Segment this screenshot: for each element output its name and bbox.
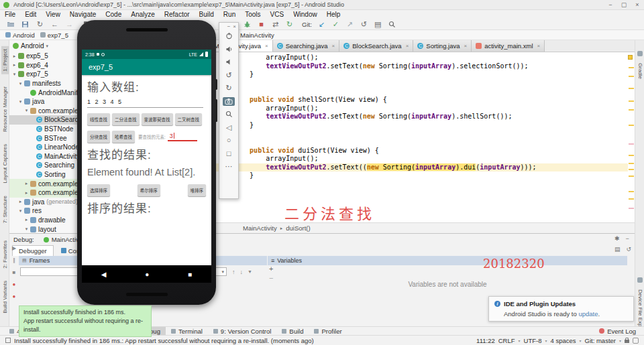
git-branch[interactable]: Git: master <box>585 337 616 344</box>
git-update-icon[interactable]: ↙ <box>317 20 326 29</box>
editor-tab-activity-main-xml[interactable]: activity_main.xml× <box>472 40 545 52</box>
emulator-screenshot-icon[interactable] <box>223 97 235 106</box>
emulator-overview-icon[interactable]: □ <box>223 149 235 158</box>
resume-icon[interactable]: ▶ <box>12 245 16 251</box>
error-stripe-mark[interactable] <box>629 100 634 102</box>
menu-item-run[interactable]: Run <box>219 11 240 18</box>
rerun-icon[interactable]: ↻ <box>285 20 294 29</box>
menu-item-vcs[interactable]: VCS <box>266 11 289 18</box>
tool-window-button-build[interactable]: Build <box>276 327 309 336</box>
editor-tab-blocksearch-java[interactable]: CBlockSearch.java× <box>339 40 413 52</box>
tree-arrow-icon[interactable]: ▾ <box>17 208 23 214</box>
search-everywhere-icon[interactable] <box>388 20 396 29</box>
close-tab-icon[interactable]: × <box>406 43 409 49</box>
tool-button-build-variants[interactable]: Build Variants <box>2 281 8 314</box>
code-line[interactable]: arrayInput(); <box>201 105 628 113</box>
close-tab-icon[interactable]: × <box>332 43 335 49</box>
emulator-home-icon[interactable]: ○ <box>223 136 235 145</box>
menu-item-build[interactable]: Build <box>195 11 219 18</box>
code-line[interactable]: } <box>201 171 628 180</box>
menu-item-view[interactable]: View <box>41 11 65 18</box>
code-line[interactable]: textViewOutPut2.setText(new Sorting(inpu… <box>201 62 628 71</box>
tree-arrow-icon[interactable]: ▸ <box>11 62 17 68</box>
git-commit-icon[interactable]: ✓ <box>331 20 340 29</box>
tree-arrow-icon[interactable]: ▸ <box>11 54 17 59</box>
add-watch-icon[interactable]: + <box>269 265 273 272</box>
search-button[interactable]: 哈希查找 <box>112 131 135 143</box>
code-line[interactable] <box>201 138 628 147</box>
code-line[interactable]: } <box>201 70 628 79</box>
close-tab-icon[interactable]: × <box>265 43 268 49</box>
emulator-more-icon[interactable]: ⋯ <box>223 162 235 171</box>
editor-tab-sorting-java[interactable]: CSorting.java× <box>413 40 472 52</box>
breadcrumb-android[interactable]: Android <box>5 31 35 39</box>
variables-menu-icon[interactable]: ≡ <box>271 257 274 264</box>
error-stripe-mark[interactable] <box>629 143 634 145</box>
code-line[interactable]: textViewOutPut2.setText((new Sorting(inp… <box>201 163 628 172</box>
status-message[interactable]: Install successfully finished in 186 ms.… <box>14 337 473 344</box>
indent-style[interactable]: 4 spaces <box>550 337 576 344</box>
back-icon[interactable]: ← <box>50 20 59 29</box>
nav-back-button[interactable]: ◀ <box>101 271 107 278</box>
tool-button-resource-manager[interactable]: Resource Manager <box>2 86 8 132</box>
hide-panel-icon[interactable]: − <box>626 235 629 242</box>
tool-button-1-project[interactable]: 1: Project <box>1 46 9 74</box>
error-stripe-mark[interactable] <box>629 88 634 89</box>
tool-button-7-structure[interactable]: 7: Structure <box>2 196 8 223</box>
readonly-lock-icon[interactable] <box>625 340 629 343</box>
error-stripe-mark[interactable] <box>629 208 634 209</box>
open-folder-icon[interactable] <box>6 20 15 29</box>
sort-button[interactable]: 希尔排序 <box>138 184 160 196</box>
error-stripe-mark[interactable] <box>629 169 634 170</box>
nav-recents-button[interactable]: ■ <box>188 271 192 278</box>
emulator-rotate-right-icon[interactable]: ↻ <box>223 84 235 92</box>
emulator-volume-up-icon[interactable] <box>223 45 235 54</box>
settings-gear-icon[interactable]: ✱ <box>614 235 620 242</box>
breadcrumb-module[interactable]: exp7_5 <box>40 31 68 39</box>
tool-window-toggle-icon[interactable] <box>5 338 11 343</box>
mute-breakpoints-icon[interactable]: ● <box>13 293 16 299</box>
emulator-volume-down-icon[interactable] <box>223 58 235 66</box>
inspection-indicator[interactable] <box>628 55 633 60</box>
tool-button-layout-captures[interactable]: Layout Captures <box>2 144 8 184</box>
menu-item-code[interactable]: Code <box>101 11 126 18</box>
event-log-button[interactable]: Event Log <box>599 328 644 335</box>
refresh-icon[interactable]: ↺ <box>627 246 632 253</box>
emulator-close-button[interactable]: × <box>233 23 236 30</box>
code-line[interactable]: arrayInput(); <box>201 155 628 163</box>
code-line[interactable]: arrayInput(); <box>201 54 628 62</box>
code-line[interactable]: public void shellSort(View view) { <box>201 96 628 105</box>
code-editor[interactable]: arrayInput(); textViewOutPut2.setText(ne… <box>201 54 628 180</box>
menu-item-refactor[interactable]: Refactor <box>160 11 195 18</box>
search-button[interactable]: 线性查找 <box>87 113 110 125</box>
nav-home-button[interactable]: ● <box>145 271 149 278</box>
sort-button[interactable]: 选择排序 <box>87 184 110 196</box>
error-stripe-mark[interactable] <box>629 155 634 156</box>
code-line[interactable]: public void duiSort(View view) { <box>201 147 628 155</box>
close-tab-icon[interactable]: × <box>537 43 541 49</box>
tree-arrow-icon[interactable]: ▸ <box>23 181 30 186</box>
tool-window-button-profiler[interactable]: Profiler <box>309 327 347 336</box>
code-line[interactable]: textViewOutPut2.setText(new Sorting(inpu… <box>201 113 628 121</box>
caret-position[interactable]: 111:22 <box>476 337 495 344</box>
menu-item-analyze[interactable]: Analyze <box>126 11 160 18</box>
tool-window-button-terminal[interactable]: Terminal <box>166 327 208 336</box>
menu-item-file[interactable]: File <box>0 11 20 18</box>
tree-arrow-icon[interactable]: ▾ <box>17 81 23 86</box>
emulator-rotate-left-icon[interactable]: ↺ <box>223 71 235 80</box>
save-icon[interactable] <box>21 20 30 29</box>
array-input-field[interactable]: 1 2 3 4 5 <box>87 98 203 108</box>
emulator-minimize-button[interactable]: − <box>227 23 231 30</box>
update-link[interactable]: update <box>578 310 598 318</box>
emulator-back-icon[interactable]: ◁ <box>223 123 235 132</box>
frame-down-icon[interactable]: ↓ <box>240 269 244 275</box>
tree-arrow-icon[interactable]: ▸ <box>23 217 30 222</box>
search-button[interactable]: 斐波那契查找 <box>142 113 173 125</box>
tree-arrow-icon[interactable]: ▾ <box>17 99 23 105</box>
stop-debug-icon[interactable]: ■ <box>13 269 16 275</box>
stop-icon[interactable]: ■ <box>257 20 266 29</box>
element-input-field[interactable]: 3 <box>168 133 197 141</box>
line-separator[interactable]: CRLF <box>498 337 515 344</box>
tree-arrow-icon[interactable]: ▾ <box>11 72 17 77</box>
code-line[interactable] <box>201 87 628 96</box>
